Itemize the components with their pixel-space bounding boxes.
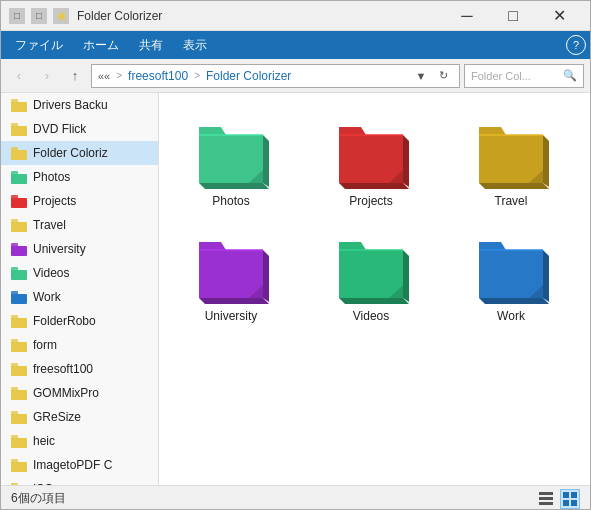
- sidebar: Drivers BackuDVD FlickFolder ColorizPhot…: [1, 93, 159, 485]
- sidebar-item-11[interactable]: freesoft100: [1, 357, 158, 381]
- sidebar-item-label: GReSize: [33, 410, 81, 424]
- window-icon-2: □: [31, 8, 47, 24]
- svg-rect-9: [563, 492, 569, 498]
- up-button[interactable]: ↑: [63, 64, 87, 88]
- minimize-button[interactable]: ─: [444, 1, 490, 31]
- sidebar-item-3[interactable]: Photos: [1, 165, 158, 189]
- sidebar-item-label: GOMMixPro: [33, 386, 99, 400]
- status-bar: 6個の項目: [1, 485, 590, 510]
- folder-icon: [11, 363, 27, 376]
- window-icon-1: □: [9, 8, 25, 24]
- folder-icon: [11, 459, 27, 472]
- folder-icon: [11, 315, 27, 328]
- folder-icon: [11, 219, 27, 232]
- sidebar-item-label: Videos: [33, 266, 69, 280]
- close-button[interactable]: ✕: [536, 1, 582, 31]
- address-sep-2: >: [194, 70, 200, 81]
- menu-share[interactable]: 共有: [129, 33, 173, 58]
- menu-bar: ファイル ホーム 共有 表示 ?: [1, 31, 590, 59]
- folder-icon: [11, 411, 27, 424]
- folder-label: Photos: [212, 194, 249, 208]
- folder-label: Work: [497, 309, 525, 323]
- svg-rect-7: [539, 497, 553, 500]
- sidebar-item-label: Folder Coloriz: [33, 146, 108, 160]
- folder-item-5[interactable]: Work: [451, 224, 571, 329]
- address-root: ««: [98, 70, 110, 82]
- title-bar-buttons: ─ □ ✕: [444, 1, 582, 31]
- menu-bar-right: ?: [566, 35, 586, 55]
- folder-label: University: [205, 309, 258, 323]
- folder-icon-3d: [331, 230, 411, 305]
- folder-item-4[interactable]: Videos: [311, 224, 431, 329]
- grid-view-button[interactable]: [560, 489, 580, 509]
- sidebar-item-7[interactable]: Videos: [1, 261, 158, 285]
- sidebar-item-16[interactable]: ISO: [1, 477, 158, 485]
- sidebar-item-12[interactable]: GOMMixPro: [1, 381, 158, 405]
- window-title: Folder Colorizer: [77, 9, 444, 23]
- svg-rect-8: [539, 502, 553, 505]
- folder-icon: [11, 291, 27, 304]
- folder-label: Travel: [495, 194, 528, 208]
- status-bar-right: [536, 489, 580, 509]
- sidebar-item-label: ISO: [33, 482, 54, 485]
- address-bar[interactable]: «« > freesoft100 > Folder Colorizer ▼ ↻: [91, 64, 460, 88]
- sidebar-item-14[interactable]: heic: [1, 429, 158, 453]
- sidebar-item-8[interactable]: Work: [1, 285, 158, 309]
- title-bar: □ □ ▣ Folder Colorizer ─ □ ✕: [1, 1, 590, 31]
- address-controls: ▼ ↻: [411, 65, 453, 87]
- menu-file[interactable]: ファイル: [5, 33, 73, 58]
- address-dropdown[interactable]: ▼: [411, 65, 431, 87]
- address-part-1[interactable]: freesoft100: [128, 69, 188, 83]
- folder-icon: [11, 147, 27, 160]
- folder-icon: [11, 123, 27, 136]
- svg-rect-6: [539, 492, 553, 495]
- maximize-button[interactable]: □: [490, 1, 536, 31]
- address-part-2[interactable]: Folder Colorizer: [206, 69, 291, 83]
- folder-icon-3d: [471, 115, 551, 190]
- back-button[interactable]: ‹: [7, 64, 31, 88]
- sidebar-item-label: University: [33, 242, 86, 256]
- folder-grid: PhotosProjectsTravelUniversityVideosWork: [171, 109, 578, 329]
- svg-rect-10: [571, 492, 577, 498]
- content-pane: PhotosProjectsTravelUniversityVideosWork: [159, 93, 590, 485]
- forward-button[interactable]: ›: [35, 64, 59, 88]
- sidebar-item-5[interactable]: Travel: [1, 213, 158, 237]
- sidebar-item-label: Photos: [33, 170, 70, 184]
- sidebar-item-label: Work: [33, 290, 61, 304]
- menu-home[interactable]: ホーム: [73, 33, 129, 58]
- folder-item-3[interactable]: University: [171, 224, 291, 329]
- search-icon[interactable]: 🔍: [563, 69, 577, 82]
- nav-bar: ‹ › ↑ «« > freesoft100 > Folder Colorize…: [1, 59, 590, 93]
- sidebar-item-10[interactable]: form: [1, 333, 158, 357]
- menu-view[interactable]: 表示: [173, 33, 217, 58]
- folder-label: Videos: [353, 309, 389, 323]
- folder-item-1[interactable]: Projects: [311, 109, 431, 214]
- sidebar-item-13[interactable]: GReSize: [1, 405, 158, 429]
- search-placeholder: Folder Col...: [471, 70, 531, 82]
- main-area: Drivers BackuDVD FlickFolder ColorizPhot…: [1, 93, 590, 485]
- sidebar-item-4[interactable]: Projects: [1, 189, 158, 213]
- sidebar-item-6[interactable]: University: [1, 237, 158, 261]
- sidebar-item-2[interactable]: Folder Coloriz: [1, 141, 158, 165]
- svg-rect-12: [571, 500, 577, 506]
- folder-icon: [11, 339, 27, 352]
- address-refresh[interactable]: ↻: [433, 65, 453, 87]
- sidebar-item-0[interactable]: Drivers Backu: [1, 93, 158, 117]
- folder-icon-3d: [331, 115, 411, 190]
- status-count: 6個の項目: [11, 490, 66, 507]
- search-bar[interactable]: Folder Col... 🔍: [464, 64, 584, 88]
- sidebar-item-15[interactable]: ImagetoPDF C: [1, 453, 158, 477]
- sidebar-item-label: heic: [33, 434, 55, 448]
- sidebar-item-label: freesoft100: [33, 362, 93, 376]
- sidebar-item-label: DVD Flick: [33, 122, 86, 136]
- sidebar-item-9[interactable]: FolderRobo: [1, 309, 158, 333]
- folder-item-2[interactable]: Travel: [451, 109, 571, 214]
- address-sep-1: >: [116, 70, 122, 81]
- title-bar-icons: □ □ ▣: [9, 8, 69, 24]
- sidebar-item-1[interactable]: DVD Flick: [1, 117, 158, 141]
- folder-item-0[interactable]: Photos: [171, 109, 291, 214]
- help-button[interactable]: ?: [566, 35, 586, 55]
- list-view-button[interactable]: [536, 489, 556, 509]
- folder-icon: [11, 483, 27, 486]
- folder-icon-3d: [471, 230, 551, 305]
